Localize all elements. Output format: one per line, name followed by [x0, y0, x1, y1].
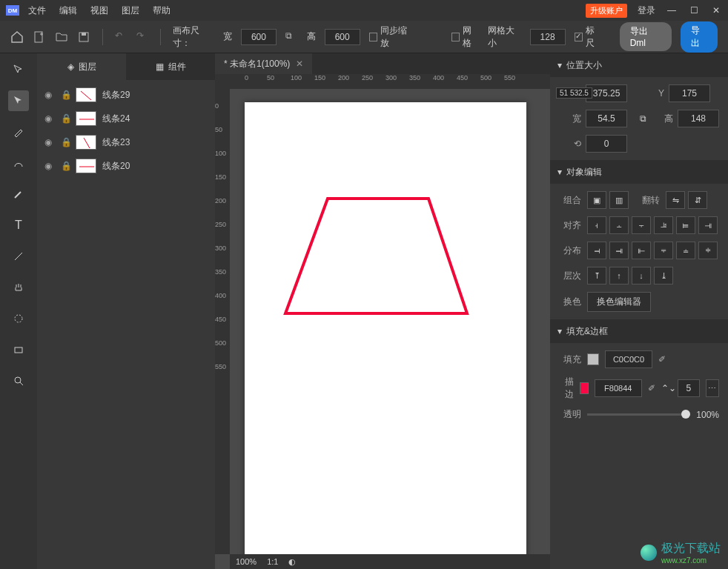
- send-backward-button[interactable]: ↓: [632, 267, 651, 284]
- ruler-checkbox[interactable]: 标尺: [575, 24, 602, 50]
- lock-icon[interactable]: 🔒: [61, 90, 70, 100]
- grid-checkbox[interactable]: 网格: [451, 24, 479, 50]
- canvas-viewport[interactable]: [230, 89, 550, 554]
- zoom-tool[interactable]: [8, 370, 29, 391]
- menu-file[interactable]: 文件: [28, 4, 46, 17]
- fill-swatch[interactable]: [587, 353, 599, 365]
- svg-marker-12: [285, 199, 467, 313]
- open-folder-icon[interactable]: [55, 30, 68, 44]
- visibility-icon[interactable]: ◉: [44, 161, 55, 171]
- canvas-width-input[interactable]: [241, 29, 277, 45]
- section-fill-header[interactable]: ▾ 填充&边框: [550, 319, 728, 343]
- lock-icon[interactable]: 🔒: [61, 137, 70, 147]
- grid-size-input[interactable]: [530, 29, 566, 45]
- direct-select-tool[interactable]: [8, 90, 29, 111]
- zoom-slider-icon[interactable]: ◐: [288, 557, 296, 567]
- redo-icon[interactable]: ↷: [136, 30, 149, 44]
- link-wh-icon[interactable]: ⧉: [640, 113, 646, 124]
- minimize-button[interactable]: —: [666, 4, 678, 16]
- menu-layer[interactable]: 图层: [122, 4, 139, 17]
- fill-color-input[interactable]: [605, 350, 652, 368]
- canvas[interactable]: [245, 102, 526, 554]
- layer-row[interactable]: ◉ 🔒 线条24: [37, 107, 215, 130]
- rect-tool[interactable]: [8, 339, 29, 360]
- lock-icon[interactable]: 🔒: [61, 113, 70, 124]
- left-panel: ◈ 图层 ▦ 组件 ◉ 🔒 线条29 ◉ 🔒 线条24 ◉: [37, 53, 215, 569]
- send-back-button[interactable]: ⤓: [654, 267, 673, 284]
- ungroup-button[interactable]: ▥: [609, 191, 629, 209]
- dist-h1-button[interactable]: ⫤: [587, 242, 606, 259]
- align-right-button[interactable]: ⫟: [632, 216, 651, 234]
- link-dimensions-icon[interactable]: ⧉: [285, 30, 298, 44]
- menu-view[interactable]: 视图: [90, 4, 108, 17]
- height-input[interactable]: [678, 110, 719, 127]
- layer-row[interactable]: ◉ 🔒 线条29: [37, 83, 215, 107]
- bezier-tool[interactable]: [8, 153, 29, 173]
- y-input[interactable]: [669, 84, 710, 102]
- width-input[interactable]: [586, 110, 627, 127]
- rotate-tool[interactable]: [8, 308, 29, 329]
- align-bottom-button[interactable]: ⫣: [698, 216, 718, 234]
- hand-tool[interactable]: [8, 277, 29, 298]
- visibility-icon[interactable]: ◉: [44, 90, 55, 100]
- color-editor-button[interactable]: 换色编辑器: [587, 292, 651, 312]
- new-file-icon[interactable]: [33, 30, 46, 44]
- zoom-ratio[interactable]: 1:1: [267, 557, 278, 566]
- svg-line-10: [84, 138, 90, 148]
- flip-v-button[interactable]: ⇵: [688, 191, 707, 209]
- more-stroke-button[interactable]: ⋯: [706, 379, 719, 397]
- close-tab-icon[interactable]: ✕: [296, 59, 303, 69]
- brush-tool[interactable]: [8, 184, 29, 204]
- maximize-button[interactable]: ☐: [688, 4, 700, 16]
- layer-row[interactable]: ◉ 🔒 线条23: [37, 130, 215, 154]
- eyedropper-icon[interactable]: ✐: [658, 354, 666, 365]
- line-tool[interactable]: [8, 246, 29, 267]
- section-position-header[interactable]: ▾ 位置大小: [550, 53, 728, 77]
- layer-row[interactable]: ◉ 🔒 线条20: [37, 154, 215, 178]
- text-tool[interactable]: T: [8, 215, 29, 236]
- close-button[interactable]: ✕: [710, 4, 722, 16]
- visibility-icon[interactable]: ◉: [44, 137, 55, 147]
- coord-tooltip: 51 532.5: [556, 87, 592, 99]
- align-center-v-button[interactable]: ⫢: [676, 216, 695, 234]
- trapezoid-shape[interactable]: [245, 102, 526, 554]
- dist-v1-button[interactable]: ⫧: [654, 242, 673, 259]
- menu-help[interactable]: 帮助: [153, 4, 171, 17]
- save-icon[interactable]: [77, 30, 90, 44]
- eyedropper-icon[interactable]: ✐: [648, 383, 655, 393]
- stroke-color-input[interactable]: [595, 379, 642, 397]
- dist-v3-button[interactable]: ⫩: [698, 242, 718, 259]
- section-edit-header[interactable]: ▾ 对象编辑: [550, 160, 728, 184]
- stroke-width-stepper[interactable]: ⌃⌄: [661, 379, 700, 397]
- upgrade-badge[interactable]: 升级账户: [586, 4, 627, 18]
- rotation-input[interactable]: [586, 135, 627, 153]
- stroke-swatch[interactable]: [580, 382, 588, 394]
- document-tab[interactable]: * 未命名1(100%) ✕: [215, 53, 312, 74]
- bring-front-button[interactable]: ⤒: [587, 267, 606, 284]
- home-icon[interactable]: [10, 30, 24, 44]
- pointer-tool[interactable]: [8, 59, 29, 80]
- login-link[interactable]: 登录: [638, 4, 655, 17]
- visibility-icon[interactable]: ◉: [44, 113, 55, 124]
- tab-layers[interactable]: ◈ 图层: [37, 53, 126, 80]
- dist-h2-button[interactable]: ⫥: [609, 242, 629, 259]
- lock-icon[interactable]: 🔒: [61, 161, 70, 171]
- zoom-level[interactable]: 100%: [236, 557, 257, 566]
- bring-forward-button[interactable]: ↑: [609, 267, 629, 284]
- opacity-slider[interactable]: [587, 413, 690, 416]
- group-button[interactable]: ▣: [587, 191, 606, 209]
- align-center-h-button[interactable]: ⫠: [609, 216, 629, 234]
- align-top-button[interactable]: ⫡: [654, 216, 673, 234]
- canvas-height-input[interactable]: [325, 29, 360, 45]
- export-dml-button[interactable]: 导出Dml: [620, 22, 672, 51]
- sync-scale-checkbox[interactable]: 同步缩放: [369, 24, 413, 50]
- menu-edit[interactable]: 编辑: [59, 4, 77, 17]
- flip-h-button[interactable]: ⇋: [666, 191, 685, 209]
- undo-icon[interactable]: ↶: [115, 30, 128, 44]
- pen-tool[interactable]: [8, 122, 29, 142]
- align-left-button[interactable]: ⫞: [587, 216, 606, 234]
- export-button[interactable]: 导出: [681, 21, 718, 53]
- dist-v2-button[interactable]: ⫨: [676, 242, 695, 259]
- tab-components[interactable]: ▦ 组件: [126, 53, 215, 80]
- dist-h3-button[interactable]: ⫦: [632, 242, 651, 259]
